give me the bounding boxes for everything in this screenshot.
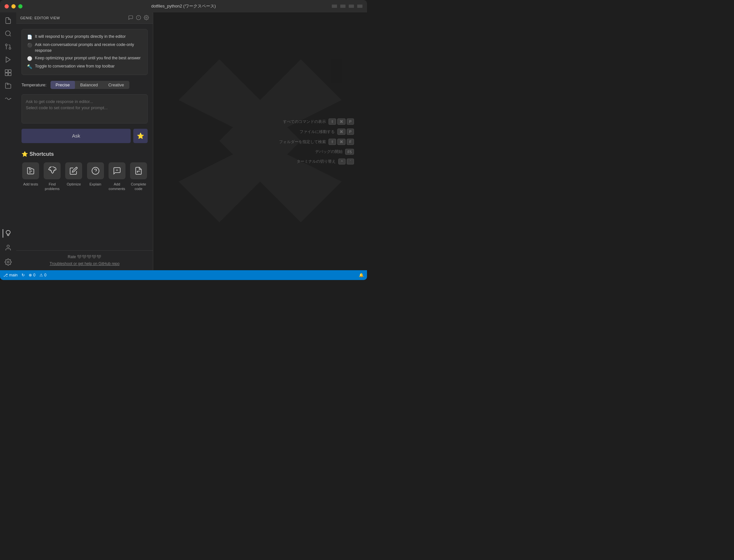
branch-icon: ⎇ bbox=[3, 273, 8, 277]
explain-label: Explain bbox=[90, 182, 101, 186]
kb-key: ⇧ bbox=[329, 139, 336, 145]
kb-row-3: フォルダーを指定して検索 ⇧ ⌘ F bbox=[279, 139, 354, 145]
status-warnings[interactable]: ⚠ 0 bbox=[39, 273, 47, 277]
favorites-button[interactable]: ⭐ bbox=[133, 129, 148, 143]
svg-line-1 bbox=[9, 35, 11, 36]
shortcut-add-comments[interactable]: Add comments bbox=[108, 162, 126, 191]
kb-key: ⌘ bbox=[337, 118, 345, 125]
svg-point-19 bbox=[92, 167, 99, 174]
add-tests-label: Add tests bbox=[23, 182, 38, 186]
temp-tab-balanced[interactable]: Balanced bbox=[75, 81, 103, 89]
activity-bar bbox=[0, 12, 16, 270]
sidebar-item-run[interactable] bbox=[3, 54, 14, 65]
close-button[interactable] bbox=[5, 4, 9, 8]
kb-key: P bbox=[347, 128, 354, 135]
status-branch[interactable]: ⎇ main bbox=[3, 273, 18, 277]
svg-rect-9 bbox=[8, 73, 11, 76]
errors-count: 0 bbox=[33, 273, 36, 277]
sidebar-item-wave[interactable] bbox=[3, 93, 14, 104]
info-text-3: Keep optimizing your prompt until you fi… bbox=[35, 55, 140, 61]
genie-content: 📄 It will respond to your prompts direct… bbox=[16, 24, 153, 250]
layout-icon-3[interactable] bbox=[349, 5, 354, 8]
shortcut-add-tests[interactable]: Add tests bbox=[22, 162, 40, 191]
kb-keys-1: ⇧ ⌘ P bbox=[329, 118, 354, 125]
temperature-row: Temperature: Precise Balanced Creative bbox=[22, 81, 148, 89]
genie-header: GENIE: EDITOR VIEW bbox=[16, 12, 153, 24]
status-sync[interactable]: ↻ bbox=[22, 273, 25, 277]
rate-text: Rate 🖤🖤🖤🖤🖤 bbox=[20, 255, 149, 259]
sidebar-item-search[interactable] bbox=[3, 28, 14, 39]
temp-tab-precise[interactable]: Precise bbox=[51, 81, 75, 89]
kb-desc-3: フォルダーを指定して検索 bbox=[279, 139, 326, 144]
svg-rect-8 bbox=[5, 73, 8, 76]
branch-name: main bbox=[9, 273, 18, 277]
info-text-4: Toggle to conversation view from top too… bbox=[35, 64, 115, 69]
complete-code-label: Complete code bbox=[129, 182, 148, 191]
kb-row-4: デバッグの開始 F5 bbox=[279, 149, 354, 155]
explain-icon bbox=[87, 162, 104, 179]
status-errors[interactable]: ⊗ 0 bbox=[29, 273, 36, 277]
genie-panel: GENIE: EDITOR VIEW bbox=[16, 12, 153, 270]
kb-key: ⌘ bbox=[337, 139, 345, 145]
kb-key: P bbox=[347, 118, 354, 125]
svg-rect-6 bbox=[5, 70, 8, 72]
info-icon[interactable] bbox=[136, 15, 141, 21]
status-bar: ⎇ main ↻ ⊗ 0 ⚠ 0 🔔 bbox=[0, 270, 367, 280]
svg-point-2 bbox=[9, 48, 11, 50]
info-item-2: ⚫ Ask non-conversational prompts and rec… bbox=[27, 42, 142, 53]
info-item-3: ⚪ Keep optimizing your prompt until you … bbox=[27, 55, 142, 62]
kb-key: ⌘ bbox=[337, 128, 345, 135]
maximize-button[interactable] bbox=[18, 4, 22, 8]
sidebar-item-account[interactable] bbox=[3, 242, 14, 253]
svg-point-16 bbox=[146, 17, 147, 18]
sidebar-item-source-control[interactable] bbox=[3, 41, 14, 52]
find-problems-label: Find problems bbox=[43, 182, 61, 191]
titlebar-icons bbox=[332, 5, 362, 8]
settings-gear-icon[interactable] bbox=[144, 15, 149, 21]
github-link[interactable]: Troubleshoot or get help on GitHub repo bbox=[50, 261, 119, 266]
kb-desc-4: デバッグの開始 bbox=[315, 149, 343, 155]
ask-button[interactable]: Ask bbox=[22, 129, 131, 143]
complete-code-icon bbox=[130, 162, 147, 179]
temp-tab-creative[interactable]: Creative bbox=[103, 81, 129, 89]
warnings-icon: ⚠ bbox=[39, 273, 43, 277]
info-text-1: It will respond to your prompts directly… bbox=[35, 34, 126, 40]
status-bell[interactable]: 🔔 bbox=[359, 273, 364, 277]
sidebar-item-files[interactable] bbox=[3, 15, 14, 26]
genie-header-actions bbox=[128, 15, 149, 21]
layout-icon-1[interactable] bbox=[332, 5, 337, 8]
sidebar-item-settings[interactable] bbox=[3, 257, 14, 268]
shortcut-complete-code[interactable]: Complete code bbox=[129, 162, 148, 191]
svg-point-0 bbox=[6, 31, 10, 36]
chat-toggle-icon[interactable] bbox=[128, 15, 133, 21]
kb-row-1: すべてのコマンドの表示 ⇧ ⌘ P bbox=[279, 118, 354, 125]
temperature-label: Temperature: bbox=[22, 82, 47, 87]
minimize-button[interactable] bbox=[11, 4, 16, 8]
optimize-icon bbox=[65, 162, 82, 179]
add-comments-icon bbox=[109, 162, 125, 179]
titlebar: dotfiles_python2 (ワークスペース) bbox=[0, 0, 367, 12]
sidebar-item-testing[interactable] bbox=[3, 80, 14, 91]
kb-desc-1: すべてのコマンドの表示 bbox=[283, 119, 326, 124]
sidebar-item-extensions[interactable] bbox=[3, 67, 14, 78]
svg-point-3 bbox=[6, 44, 7, 46]
shortcut-find-problems[interactable]: Find problems bbox=[43, 162, 61, 191]
kb-key: ^ bbox=[338, 158, 345, 164]
genie-footer: Rate 🖤🖤🖤🖤🖤 Troubleshoot or get help on G… bbox=[16, 250, 153, 270]
kb-key: F bbox=[347, 139, 354, 145]
circle-white-icon: ⚪ bbox=[27, 56, 32, 62]
layout-icon-2[interactable] bbox=[340, 5, 345, 8]
prompt-input[interactable] bbox=[22, 94, 148, 124]
shortcut-grid: Add tests Find problems bbox=[22, 162, 148, 191]
kb-keys-2: ⌘ P bbox=[337, 128, 354, 135]
sidebar-item-genie[interactable] bbox=[3, 228, 14, 239]
layout-icon-4[interactable] bbox=[357, 5, 362, 8]
traffic-lights bbox=[5, 4, 22, 8]
shortcut-optimize[interactable]: Optimize bbox=[65, 162, 83, 191]
genie-header-title: GENIE: EDITOR VIEW bbox=[20, 16, 60, 20]
shortcuts-title-text: ⭐ Shortcuts bbox=[22, 151, 54, 157]
sync-icon: ↻ bbox=[22, 273, 25, 277]
shortcut-explain[interactable]: Explain bbox=[86, 162, 105, 191]
kb-row-5: ターミナルの切り替え ^ ` bbox=[279, 158, 354, 164]
errors-icon: ⊗ bbox=[29, 273, 32, 277]
